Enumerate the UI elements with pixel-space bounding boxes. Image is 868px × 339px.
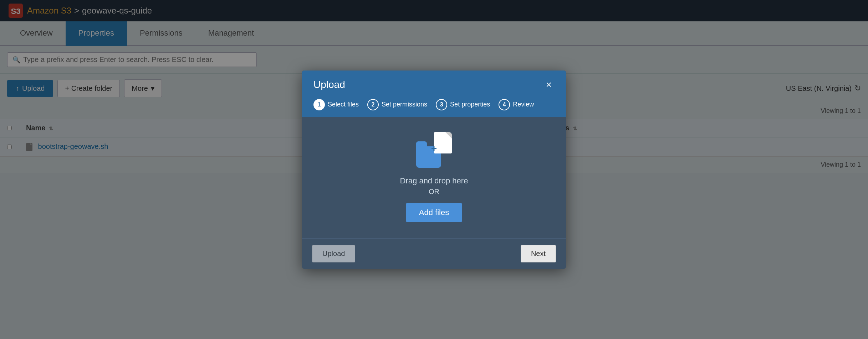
modal-steps: 1 Select files 2 Set permissions 3 Set p… [302,99,566,117]
step-1-num: 1 [313,99,325,110]
step-2: 2 Set permissions [367,99,436,110]
modal-header: Upload × [302,71,566,99]
modal-close-button[interactable]: × [543,78,555,91]
modal-next-button[interactable]: Next [521,245,556,262]
step-3-label: Set properties [450,101,490,108]
modal-overlay: Upload × 1 Select files 2 Set permission… [0,0,868,339]
step-1: 1 Select files [313,99,367,110]
modal-body: + Drag and drop here OR Add files [302,117,566,238]
step-3-num: 3 [436,99,447,110]
upload-illustration: + [416,132,452,168]
step-1-label: Select files [328,101,359,108]
step-4: 4 Review [499,99,542,110]
or-text: OR [429,188,439,196]
step-4-num: 4 [499,99,510,110]
step-4-label: Review [513,101,534,108]
add-files-button[interactable]: Add files [406,203,462,222]
upload-modal: Upload × 1 Select files 2 Set permission… [302,71,566,269]
modal-footer: Upload Next [302,238,566,269]
drag-drop-text: Drag and drop here [400,176,468,186]
modal-title: Upload [313,79,345,90]
step-3: 3 Set properties [436,99,499,110]
plus-icon: + [431,143,437,155]
modal-upload-button[interactable]: Upload [312,245,355,262]
step-2-num: 2 [367,99,379,110]
step-2-label: Set permissions [382,101,427,108]
